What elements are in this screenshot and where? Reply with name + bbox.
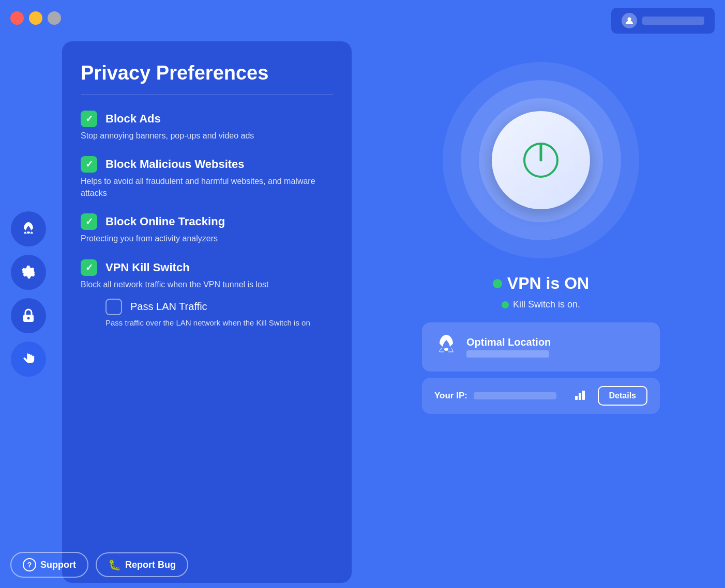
vpn-status-text: VPN is ON: [507, 274, 589, 293]
kill-switch-dot: [502, 301, 509, 308]
divider: [81, 95, 333, 95]
location-row: Optimal Location: [434, 333, 647, 361]
sidebar-item-privacy[interactable]: [11, 298, 46, 333]
support-icon: ?: [23, 558, 36, 571]
sidebar: [0, 0, 57, 588]
pref-desc-block-tracking: Protecting you from activity analyzers: [81, 233, 333, 244]
user-icon: [622, 13, 637, 28]
pref-item-block-tracking: ✓ Block Online Tracking Protecting you f…: [81, 213, 333, 244]
details-button[interactable]: Details: [598, 386, 647, 406]
pref-header-pass-lan: Pass LAN Traffic: [105, 299, 333, 315]
pref-title-block-tracking: Block Online Tracking: [105, 215, 225, 228]
rocket-svg: [434, 333, 458, 357]
svg-rect-8: [575, 396, 578, 400]
checkbox-pass-lan[interactable]: [105, 299, 122, 315]
vpn-status-dot: [493, 279, 502, 288]
pref-desc-block-ads: Stop annoying banners, pop-ups and video…: [81, 130, 333, 142]
title-bar: [0, 0, 725, 36]
pref-item-block-ads: ✓ Block Ads Stop annoying banners, pop-u…: [81, 111, 333, 142]
privacy-panel: Privacy Preferences ✓ Block Ads Stop ann…: [62, 41, 352, 583]
status-section: VPN is ON Kill Switch is on.: [367, 274, 715, 310]
pref-title-block-ads: Block Ads: [105, 112, 161, 126]
pref-title-kill-switch: VPN Kill Switch: [105, 261, 190, 274]
pref-item-block-malicious: ✓ Block Malicious Websites Helps to avoi…: [81, 156, 333, 199]
svg-rect-10: [582, 391, 585, 400]
kill-switch-text: Kill Switch is on.: [513, 299, 580, 310]
account-button[interactable]: [611, 8, 715, 34]
report-bug-button[interactable]: 🐛 Report Bug: [96, 552, 188, 577]
location-title: Optimal Location: [466, 336, 551, 348]
pref-header-block-tracking: ✓ Block Online Tracking: [81, 213, 333, 230]
svg-point-4: [27, 317, 30, 320]
bottom-bar: ? Support 🐛 Report Bug: [10, 552, 188, 578]
rocket-icon: [21, 221, 36, 237]
location-info: Optimal Location: [466, 336, 551, 358]
kill-switch-status: Kill Switch is on.: [367, 299, 715, 310]
checkbox-kill-switch[interactable]: ✓: [81, 259, 97, 276]
pref-header-block-ads: ✓ Block Ads: [81, 111, 333, 127]
pref-desc-block-malicious: Helps to avoid all fraudulent and harmfu…: [81, 176, 333, 199]
account-name: [642, 17, 704, 25]
bug-icon: 🐛: [108, 559, 121, 571]
checkbox-block-tracking[interactable]: ✓: [81, 213, 97, 230]
sidebar-item-block[interactable]: [11, 342, 46, 377]
support-button[interactable]: ? Support: [10, 552, 88, 578]
sidebar-item-settings[interactable]: [11, 255, 46, 290]
person-icon: [625, 17, 633, 25]
vpn-status: VPN is ON: [367, 274, 715, 293]
pref-desc-kill-switch: Block all network traffic when the VPN t…: [81, 279, 333, 290]
location-sub: [466, 350, 549, 358]
ip-value: [474, 392, 556, 399]
gear-icon: [21, 265, 36, 280]
support-label: Support: [40, 560, 76, 570]
checkbox-block-ads[interactable]: ✓: [81, 111, 97, 127]
lock-icon: [21, 308, 36, 323]
power-icon: [520, 140, 562, 181]
ip-row: Your IP: Details: [422, 378, 660, 414]
svg-point-0: [628, 18, 631, 21]
ip-label: Your IP:: [434, 391, 467, 401]
pref-header-kill-switch: ✓ VPN Kill Switch: [81, 259, 333, 276]
hand-icon: [21, 351, 36, 367]
svg-rect-9: [579, 393, 581, 400]
panel-title: Privacy Preferences: [81, 62, 333, 84]
location-rocket-icon: [434, 333, 458, 361]
power-area: [437, 52, 644, 269]
pref-desc-pass-lan: Pass traffic over the LAN network when t…: [105, 317, 333, 328]
sidebar-item-speed[interactable]: [11, 211, 46, 246]
power-button[interactable]: [492, 111, 590, 209]
signal-icon: [575, 390, 587, 403]
pref-header-block-malicious: ✓ Block Malicious Websites: [81, 156, 333, 173]
svg-point-7: [444, 348, 448, 351]
pref-title-block-malicious: Block Malicious Websites: [105, 158, 245, 171]
signal-bars-icon: [575, 390, 587, 400]
location-card[interactable]: Optimal Location: [422, 322, 660, 372]
pref-item-kill-switch: ✓ VPN Kill Switch Block all network traf…: [81, 259, 333, 328]
report-bug-label: Report Bug: [125, 560, 176, 570]
pref-sub-pass-lan: Pass LAN Traffic Pass traffic over the L…: [105, 299, 333, 328]
right-panel: VPN is ON Kill Switch is on. Optimal Loc…: [357, 36, 725, 588]
checkbox-block-malicious[interactable]: ✓: [81, 156, 97, 173]
pref-title-pass-lan: Pass LAN Traffic: [130, 301, 207, 313]
svg-point-1: [27, 231, 30, 234]
